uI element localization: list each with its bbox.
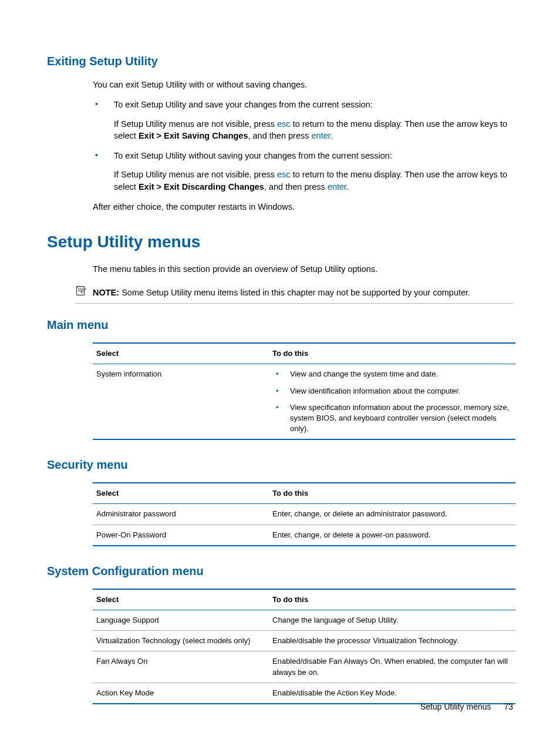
cell-select: Virtualization Technology (select models…	[93, 631, 269, 651]
heading-security-menu: Security menu	[47, 456, 513, 473]
menu-path: Exit > Exit Saving Changes	[139, 131, 248, 140]
key-enter: enter	[311, 131, 330, 140]
cell-todo: Enabled/disable Fan Always On. When enab…	[269, 651, 515, 683]
cell-todo: Enable/disable the processor Virtualizat…	[269, 631, 515, 651]
table-row: Language Support Change the language of …	[93, 610, 515, 631]
table-row: Power-On Password Enter, change, or dele…	[93, 525, 515, 546]
cell-select: Fan Always On	[93, 651, 269, 683]
cell-select: Administrator password	[93, 504, 269, 525]
cell-todo: Enter, change, or delete a power-on pass…	[269, 525, 515, 546]
table-row: Fan Always On Enabled/disable Fan Always…	[93, 651, 515, 683]
note-icon	[75, 285, 87, 296]
th-select: Select	[93, 483, 269, 504]
security-menu-table: Select To do this Administrator password…	[93, 482, 515, 546]
heading-exiting-setup-utility: Exiting Setup Utility	[47, 53, 513, 69]
cell-select: System information	[93, 364, 269, 439]
key-esc: esc	[277, 170, 291, 179]
bullet-line: To exit Setup Utility and save your chan…	[114, 100, 373, 109]
menu-path: Exit > Exit Discarding Changes	[139, 182, 264, 191]
table-row: System information View and change the s…	[93, 364, 515, 439]
bullet-line: To exit Setup Utility without saving you…	[114, 151, 392, 160]
cell-todo: View and change the system time and date…	[269, 364, 515, 439]
heading-main-menu: Main menu	[47, 317, 513, 333]
bullet-sub: If Setup Utility menus are not visible, …	[114, 169, 513, 193]
th-todo: To do this	[269, 343, 515, 364]
footer-page-number: 73	[504, 702, 513, 711]
th-select: Select	[93, 589, 269, 610]
cell-todo: Enter, change, or delete an administrato…	[269, 504, 515, 525]
th-todo: To do this	[269, 589, 515, 610]
key-enter: enter	[328, 182, 346, 191]
sysconfig-menu-table: Select To do this Language Support Chang…	[93, 589, 515, 704]
list-item: View and change the system time and date…	[272, 369, 512, 379]
exiting-intro: You can exit Setup Utility with or witho…	[93, 79, 513, 90]
list-item: View identification information about th…	[272, 386, 512, 396]
th-todo: To do this	[269, 483, 515, 504]
cell-todo: Change the language of Setup Utility.	[269, 610, 515, 631]
cell-select: Action Key Mode	[93, 683, 269, 704]
table-row: Action Key Mode Enable/disable the Actio…	[93, 683, 515, 704]
table-row: Virtualization Technology (select models…	[93, 631, 515, 651]
footer-title: Setup Utility menus	[420, 702, 491, 711]
cell-todo: Enable/disable the Action Key Mode.	[269, 683, 515, 704]
exiting-outro: After either choice, the computer restar…	[93, 201, 513, 213]
exiting-bullet-list: To exit Setup Utility and save your chan…	[93, 99, 513, 193]
list-item: To exit Setup Utility and save your chan…	[93, 99, 513, 142]
cell-select: Power-On Password	[93, 525, 269, 546]
heading-setup-utility-menus: Setup Utility menus	[47, 230, 513, 253]
note-label: NOTE:	[93, 288, 119, 297]
note-block: NOTE: Some Setup Utility menu items list…	[75, 283, 513, 304]
table-row: Administrator password Enter, change, or…	[93, 504, 515, 525]
th-select: Select	[93, 343, 269, 364]
list-item: To exit Setup Utility without saving you…	[93, 150, 513, 193]
main-menu-table: Select To do this System information Vie…	[93, 342, 515, 440]
key-esc: esc	[277, 119, 291, 129]
menus-intro: The menu tables in this section provide …	[93, 263, 513, 275]
cell-select: Language Support	[93, 610, 269, 631]
page-footer: Setup Utility menus 73	[420, 701, 513, 713]
svg-rect-0	[77, 286, 85, 295]
heading-sysconfig-menu: System Configuration menu	[47, 563, 513, 579]
bullet-sub: If Setup Utility menus are not visible, …	[114, 118, 513, 142]
note-text: Some Setup Utility menu items listed in …	[122, 288, 470, 297]
list-item: View specification information about the…	[272, 402, 512, 435]
